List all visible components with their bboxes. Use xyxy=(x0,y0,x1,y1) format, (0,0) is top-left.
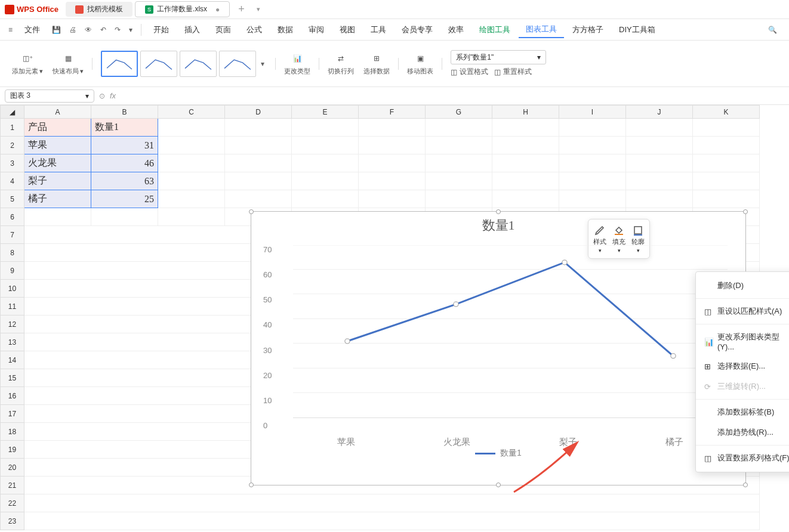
col-C[interactable]: C xyxy=(158,106,225,119)
cell[interactable] xyxy=(225,154,292,172)
context-reset-match[interactable]: ◫重设以匹配样式(A) xyxy=(696,301,789,321)
cell-B1[interactable]: 数量1 xyxy=(91,119,158,137)
col-B[interactable]: B xyxy=(91,106,158,119)
chart-series-line[interactable] xyxy=(347,262,673,356)
cell[interactable] xyxy=(626,119,693,137)
cell[interactable] xyxy=(359,154,426,172)
col-G[interactable]: G xyxy=(426,106,492,119)
cell[interactable] xyxy=(225,172,292,190)
menu-tools[interactable]: 工具 xyxy=(363,22,393,38)
cell[interactable] xyxy=(693,119,760,137)
cell-B4[interactable]: 63 xyxy=(91,172,158,190)
row-7[interactable]: 7 xyxy=(1,226,24,244)
cell-A4[interactable]: 梨子 xyxy=(24,172,91,190)
cell[interactable] xyxy=(559,190,626,208)
col-K[interactable]: K xyxy=(693,106,760,119)
menu-page[interactable]: 页面 xyxy=(208,22,238,38)
row-22[interactable]: 22 xyxy=(1,494,24,512)
menu-formula[interactable]: 公式 xyxy=(239,22,269,38)
row-4[interactable]: 4 xyxy=(1,172,24,190)
cell-A5[interactable]: 橘子 xyxy=(24,190,91,208)
context-add-trendline[interactable]: 添加趋势线(R)... xyxy=(696,422,789,443)
context-add-label[interactable]: 添加数据标签(B) xyxy=(696,402,789,422)
context-format-series[interactable]: ◫设置数据系列格式(F)... xyxy=(696,448,789,468)
cell[interactable] xyxy=(492,137,559,154)
row-1[interactable]: 1 xyxy=(1,119,24,137)
context-select-data[interactable]: ⊞选择数据(E)... xyxy=(696,356,789,376)
cell[interactable] xyxy=(693,190,760,208)
row-23[interactable]: 23 xyxy=(1,512,24,530)
corner-cell[interactable]: ◢ xyxy=(1,106,24,119)
cell[interactable] xyxy=(225,119,292,137)
col-J[interactable]: J xyxy=(626,106,693,119)
menu-start[interactable]: 开始 xyxy=(146,22,176,38)
cell[interactable] xyxy=(24,512,760,530)
save-icon[interactable]: 💾 xyxy=(48,23,64,36)
quick-layout-button[interactable]: ▦ 快速布局 ▾ xyxy=(48,51,88,76)
tab-workbook[interactable]: S 工作簿数量.xlsx ● xyxy=(135,1,230,17)
series-select[interactable]: 系列"数量1" ▾ xyxy=(451,50,546,64)
set-format-button[interactable]: ◫设置格式 xyxy=(451,67,488,77)
cell[interactable] xyxy=(559,172,626,190)
row-13[interactable]: 13 xyxy=(1,333,24,351)
cell-A1[interactable]: 产品 xyxy=(24,119,91,137)
row-16[interactable]: 16 xyxy=(1,387,24,405)
menu-drawtools[interactable]: 绘图工具 xyxy=(472,22,517,38)
cell[interactable] xyxy=(292,137,359,154)
chart-style-2[interactable] xyxy=(140,51,177,77)
hamburger-icon[interactable]: ≡ xyxy=(5,23,16,36)
file-menu[interactable]: 文件 xyxy=(17,22,47,38)
chart-handle[interactable] xyxy=(743,209,748,214)
chart-title[interactable]: 数量1 xyxy=(251,212,745,239)
col-A[interactable]: A xyxy=(24,106,91,119)
cell[interactable] xyxy=(359,172,426,190)
row-5[interactable]: 5 xyxy=(1,190,24,208)
row-18[interactable]: 18 xyxy=(1,423,24,441)
cell[interactable] xyxy=(426,190,492,208)
cell[interactable] xyxy=(292,190,359,208)
tab-dropdown[interactable]: ▾ xyxy=(251,5,266,13)
search-icon[interactable]: 🔍 xyxy=(761,23,784,36)
cell[interactable] xyxy=(158,119,225,137)
menu-diy[interactable]: DIY工具箱 xyxy=(612,22,662,38)
chart-handle[interactable] xyxy=(496,209,501,214)
dropdown-icon[interactable]: ▾ xyxy=(125,23,136,36)
chart-handle[interactable] xyxy=(249,209,254,214)
print-icon[interactable]: 🖨 xyxy=(66,23,80,36)
cell[interactable] xyxy=(158,190,225,208)
switch-rowcol-button[interactable]: ⇄ 切换行列 xyxy=(323,51,359,76)
col-I[interactable]: I xyxy=(559,106,626,119)
col-H[interactable]: H xyxy=(492,106,559,119)
menu-efficiency[interactable]: 效率 xyxy=(441,22,471,38)
cell[interactable] xyxy=(492,154,559,172)
chart-handle[interactable] xyxy=(496,482,501,487)
cell[interactable] xyxy=(693,137,760,154)
chart-handle[interactable] xyxy=(249,482,254,487)
context-change-type[interactable]: 📊更改系列图表类型(Y)... xyxy=(696,327,789,356)
chart-style-3[interactable] xyxy=(180,51,217,77)
row-20[interactable]: 20 xyxy=(1,459,24,477)
tab-templates[interactable]: 找稻壳模板 xyxy=(66,2,132,17)
select-data-button[interactable]: ⊞ 选择数据 xyxy=(359,51,394,76)
preview-icon[interactable]: 👁 xyxy=(81,23,95,36)
cell[interactable] xyxy=(559,119,626,137)
chart-style-4[interactable] xyxy=(219,51,256,77)
cell[interactable] xyxy=(225,137,292,154)
cell-B3[interactable]: 46 xyxy=(91,154,158,172)
zoom-icon[interactable]: ⊙ xyxy=(99,92,105,100)
cell[interactable] xyxy=(24,208,91,226)
cell[interactable] xyxy=(292,119,359,137)
menu-review[interactable]: 审阅 xyxy=(301,22,331,38)
cell-A2[interactable]: 苹果 xyxy=(24,137,91,154)
chart-points[interactable] xyxy=(345,260,676,358)
menu-charttools[interactable]: 图表工具 xyxy=(519,21,564,38)
cell[interactable] xyxy=(426,119,492,137)
move-chart-button[interactable]: ▣ 移动图表 xyxy=(402,51,438,76)
cell[interactable] xyxy=(492,172,559,190)
cell[interactable] xyxy=(225,190,292,208)
chart-styles-more[interactable]: ▾ xyxy=(258,60,267,68)
row-21[interactable]: 21 xyxy=(1,477,24,494)
cell[interactable] xyxy=(626,154,693,172)
col-D[interactable]: D xyxy=(225,106,292,119)
menu-data[interactable]: 数据 xyxy=(270,22,300,38)
